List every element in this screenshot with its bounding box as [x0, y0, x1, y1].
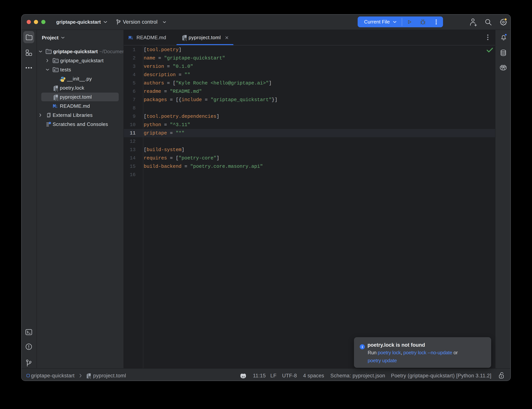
svg-text:[T]: [T]	[184, 38, 187, 41]
svg-text:[T]: [T]	[88, 376, 91, 379]
svg-text:[T]: [T]	[55, 89, 58, 92]
svg-text:[T]: [T]	[55, 98, 58, 101]
